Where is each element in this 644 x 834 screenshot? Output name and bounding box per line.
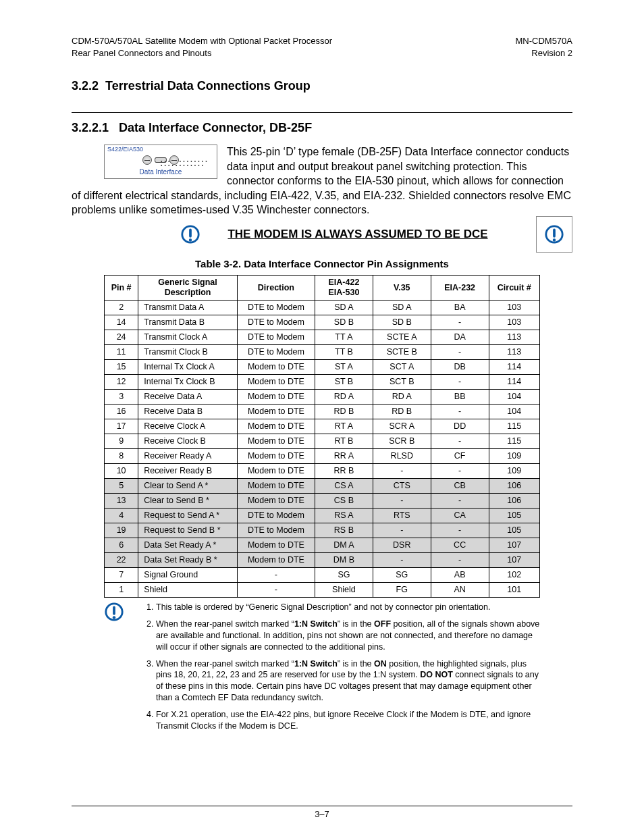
col-eia422: EIA-422EIA-530 <box>315 276 373 301</box>
cell-pin: 3 <box>105 390 138 405</box>
cell-desc: Transmit Data B <box>138 315 238 330</box>
cell-desc: Request to Send B * <box>138 523 238 538</box>
table-row: 8Receiver Ready AModem to DTERR ARLSDCF1… <box>105 449 540 464</box>
cell-pin: 13 <box>105 494 138 509</box>
cell-desc: Transmit Data A <box>138 301 238 315</box>
svg-point-2 <box>189 238 192 242</box>
cell-v35: SCR A <box>373 419 431 434</box>
cell-v35: - <box>373 553 431 568</box>
cell-eia232: - <box>431 494 489 509</box>
cell-pin: 4 <box>105 509 138 523</box>
header-left: CDM-570A/570AL Satellite Modem with Opti… <box>72 35 332 59</box>
pin-assignment-table: Pin # Generic Signal Description Directi… <box>104 275 540 598</box>
cell-v35: RD B <box>373 405 431 419</box>
cell-dir: Modem to DTE <box>237 360 315 375</box>
col-desc: Generic Signal Description <box>138 276 238 301</box>
cell-eia232: - <box>431 434 489 449</box>
cell-eia232: CC <box>431 538 489 553</box>
table-row: 13Clear to Send B *Modem to DTECS B--106 <box>105 494 540 509</box>
cell-circuit: 107 <box>489 553 539 568</box>
cell-pin: 9 <box>105 434 138 449</box>
cell-eia422: RD B <box>315 405 373 419</box>
table-head: Pin # Generic Signal Description Directi… <box>105 276 540 301</box>
cell-eia422: Shield <box>315 583 373 598</box>
cell-pin: 14 <box>105 315 138 330</box>
cell-pin: 1 <box>105 583 138 598</box>
cell-v35: RD A <box>373 390 431 405</box>
cell-dir: Modem to DTE <box>237 375 315 390</box>
cell-eia232: CA <box>431 509 489 523</box>
header-title-line2: Rear Panel Connectors and Pinouts <box>72 47 332 59</box>
header-right: MN-CDM570A Revision 2 <box>515 35 572 59</box>
cell-circuit: 115 <box>489 434 539 449</box>
connector-fig-body <box>105 154 217 167</box>
cell-eia422: RS B <box>315 523 373 538</box>
cell-eia232: DD <box>431 419 489 434</box>
cell-eia422: DM A <box>315 538 373 553</box>
table-row: 14Transmit Data BDTE to ModemSD BSD B-10… <box>105 315 540 330</box>
cell-eia232: - <box>431 375 489 390</box>
connector-figure: S422/EIA530 Data Interface <box>104 145 217 179</box>
table-caption: Table 3-2. Data Interface Connector Pin … <box>72 258 572 269</box>
cell-eia422: RS A <box>315 509 373 523</box>
cell-pin: 8 <box>105 449 138 464</box>
header-docnum: MN-CDM570A <box>515 35 572 47</box>
page-footer: 3–7 <box>72 806 572 819</box>
cell-pin: 19 <box>105 523 138 538</box>
cell-v35: SCR B <box>373 434 431 449</box>
cell-eia232: AN <box>431 583 489 598</box>
cell-circuit: 104 <box>489 405 539 419</box>
cell-desc: Receiver Ready A <box>138 449 238 464</box>
screw-icon <box>142 155 152 165</box>
note-text: ” is in the <box>338 619 374 629</box>
table-row: 11Transmit Clock BDTE to ModemTT BSCTE B… <box>105 345 540 360</box>
info-icon <box>104 602 124 622</box>
cell-dir: Modem to DTE <box>237 405 315 419</box>
cell-v35: RTS <box>373 509 431 523</box>
cell-desc: Receive Clock B <box>138 434 238 449</box>
cell-eia232: - <box>431 523 489 538</box>
cell-pin: 22 <box>105 553 138 568</box>
dce-banner-text: THE MODEM IS ALWAYS ASSUMED TO BE DCE <box>227 228 487 241</box>
cell-eia232: DB <box>431 360 489 375</box>
cell-desc: Internal Tx Clock A <box>138 360 238 375</box>
table-row: 6Data Set Ready A *Modem to DTEDM ADSRCC… <box>105 538 540 553</box>
header-title-line1: CDM-570A/570AL Satellite Modem with Opti… <box>72 35 332 47</box>
cell-dir: - <box>237 568 315 583</box>
cell-circuit: 113 <box>489 345 539 360</box>
cell-circuit: 114 <box>489 375 539 390</box>
connector-fig-bottom-label: Data Interface <box>105 167 217 176</box>
cell-eia232: - <box>431 405 489 419</box>
cell-desc: Clear to Send A * <box>138 479 238 494</box>
cell-circuit: 115 <box>489 419 539 434</box>
table-row: 4Request to Send A *DTE to ModemRS ARTSC… <box>105 509 540 523</box>
cell-dir: DTE to Modem <box>237 301 315 315</box>
section-l3-title: Data Interface Connector, DB-25F <box>119 121 312 134</box>
cell-circuit: 105 <box>489 509 539 523</box>
cell-eia422: RR A <box>315 449 373 464</box>
cell-dir: DTE to Modem <box>237 509 315 523</box>
cell-desc: Receive Clock A <box>138 419 238 434</box>
note-item: For X.21 operation, use the EIA-422 pins… <box>156 709 540 732</box>
cell-desc: Shield <box>138 583 238 598</box>
section-heading-l2: 3.2.2 Terrestrial Data Connections Group <box>72 79 572 93</box>
cell-v35: SG <box>373 568 431 583</box>
cell-dir: Modem to DTE <box>237 479 315 494</box>
document-page: CDM-570A/570AL Satellite Modem with Opti… <box>0 0 644 834</box>
note-bold: 1:N Switch <box>294 659 338 669</box>
table-row: 2Transmit Data ADTE to ModemSD ASD ABA10… <box>105 301 540 315</box>
cell-pin: 6 <box>105 538 138 553</box>
cell-eia422: ST A <box>315 360 373 375</box>
cell-pin: 5 <box>105 479 138 494</box>
dce-banner-row: THE MODEM IS ALWAYS ASSUMED TO BE DCE <box>72 224 572 244</box>
cell-v35: - <box>373 523 431 538</box>
col-pin: Pin # <box>105 276 138 301</box>
cell-pin: 10 <box>105 464 138 479</box>
header-revision: Revision 2 <box>515 47 572 59</box>
svg-point-8 <box>113 616 116 619</box>
table-row: 15Internal Tx Clock AModem to DTEST ASCT… <box>105 360 540 375</box>
svg-point-5 <box>553 238 556 242</box>
cell-pin: 24 <box>105 330 138 345</box>
cell-eia422: SD A <box>315 301 373 315</box>
cell-dir: Modem to DTE <box>237 494 315 509</box>
